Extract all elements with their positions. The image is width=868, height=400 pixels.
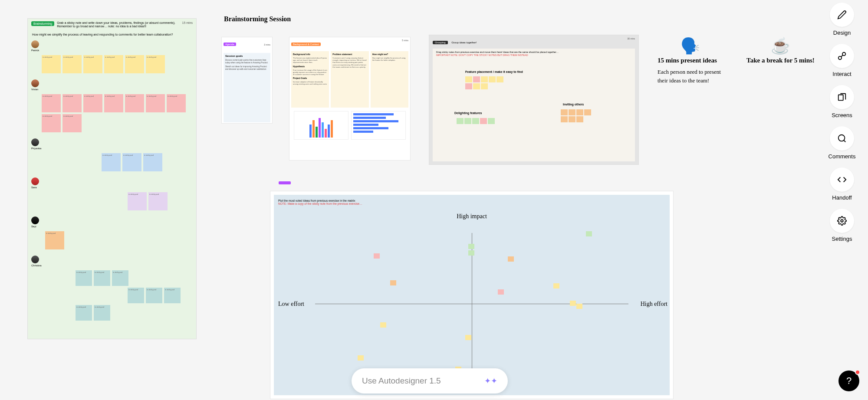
background-timer: 5 mins bbox=[402, 39, 408, 42]
sticky-note[interactable]: in sticky pad bbox=[122, 153, 141, 171]
gear-icon bbox=[837, 216, 847, 226]
sticky-note[interactable] bbox=[465, 83, 472, 89]
svg-point-1 bbox=[842, 52, 845, 56]
grouping-panel[interactable]: Grouping Group ideas together! 30 mins D… bbox=[429, 35, 639, 165]
tool-sidebar: Design Interact Screens Comments Handoff… bbox=[825, 0, 859, 242]
handoff-tool-button[interactable]: Handoff bbox=[830, 167, 854, 201]
sticky-note[interactable] bbox=[553, 283, 559, 289]
design-tool-button[interactable]: Design bbox=[830, 3, 854, 36]
sticky-note[interactable] bbox=[468, 244, 474, 249]
agenda-panel[interactable]: Agenda 3 mins Session goals Discuss curr… bbox=[221, 37, 273, 124]
sticky-note[interactable]: in sticky pad bbox=[128, 192, 147, 210]
sticky-note[interactable] bbox=[569, 109, 575, 115]
autodesigner-input[interactable]: Use Autodesigner 1.5 ✦✦ bbox=[352, 368, 508, 393]
sticky-note[interactable]: in sticky pad bbox=[62, 94, 82, 112]
settings-tool-button[interactable]: Settings bbox=[830, 209, 854, 242]
sticky-note[interactable]: in sticky pad bbox=[146, 288, 162, 303]
sticky-note[interactable]: in sticky pad bbox=[125, 94, 144, 112]
sticky-note[interactable]: in sticky pad bbox=[42, 94, 61, 112]
comment-icon bbox=[837, 134, 847, 143]
sticky-note[interactable]: in sticky pad bbox=[125, 55, 144, 73]
sticky-note[interactable]: in sticky pad bbox=[167, 94, 186, 112]
sticky-note[interactable] bbox=[569, 116, 575, 122]
sticky-note[interactable] bbox=[496, 76, 503, 82]
help-label: ? bbox=[846, 375, 852, 387]
sticky-note[interactable]: in sticky pad bbox=[112, 270, 128, 286]
sticky-note[interactable] bbox=[576, 116, 583, 122]
sticky-note[interactable] bbox=[561, 116, 568, 122]
sticky-note[interactable]: in sticky pad bbox=[128, 288, 144, 303]
bg-col-title: How might we? bbox=[372, 53, 407, 56]
sticky-note[interactable]: in sticky pad bbox=[104, 55, 123, 73]
bg-col-text: If we increase the usage of the feature … bbox=[293, 69, 327, 76]
background-panel[interactable]: Background & Context 5 mins Background i… bbox=[289, 37, 411, 161]
avatar bbox=[31, 216, 39, 224]
sticky-note[interactable]: in sticky pad bbox=[45, 231, 64, 249]
bg-col-text: Customers aren't using amazing feature e… bbox=[332, 57, 367, 68]
sticky-note[interactable] bbox=[561, 109, 568, 115]
agenda-item: Sketch out ideas for improving Amazing P… bbox=[225, 66, 269, 71]
sticky-note[interactable] bbox=[358, 355, 364, 361]
avatar bbox=[31, 79, 39, 87]
sticky-note[interactable]: in sticky pad bbox=[94, 305, 110, 321]
bg-col-text: The feature was implemented about 3 year… bbox=[293, 57, 327, 64]
sticky-note[interactable] bbox=[468, 250, 474, 256]
axis-label-left: Low effort bbox=[278, 301, 304, 308]
interact-tool-button[interactable]: Interact bbox=[830, 44, 854, 77]
selection-marker[interactable] bbox=[279, 181, 291, 184]
cluster-label: Delighting features bbox=[454, 111, 482, 115]
sticky-note[interactable] bbox=[464, 118, 471, 124]
sticky-note[interactable] bbox=[473, 76, 480, 82]
sticky-note[interactable] bbox=[570, 301, 576, 306]
sticky-note[interactable] bbox=[473, 83, 480, 89]
sticky-note[interactable] bbox=[576, 304, 582, 309]
sticky-note[interactable] bbox=[584, 109, 591, 115]
screens-tool-button[interactable]: Screens bbox=[830, 85, 854, 118]
background-tag: Background & Context bbox=[291, 43, 321, 46]
axis-label-right: High effort bbox=[641, 301, 667, 308]
sticky-note[interactable]: in sticky pad bbox=[146, 55, 165, 73]
sticky-note[interactable] bbox=[489, 76, 496, 82]
sticky-note[interactable]: in sticky pad bbox=[83, 55, 102, 73]
sticky-note[interactable] bbox=[380, 322, 386, 328]
sticky-note[interactable]: in sticky pad bbox=[42, 114, 61, 132]
help-button[interactable]: ? bbox=[838, 370, 859, 391]
sticky-note[interactable]: in sticky pad bbox=[83, 94, 102, 112]
sticky-note[interactable]: in sticky pad bbox=[143, 153, 162, 171]
sticky-note[interactable] bbox=[465, 76, 472, 82]
person-name: Seyi bbox=[31, 225, 39, 228]
sticky-note[interactable] bbox=[586, 231, 592, 236]
sticky-note[interactable] bbox=[480, 118, 487, 124]
sticky-note[interactable]: in sticky pad bbox=[42, 55, 61, 73]
sticky-note[interactable] bbox=[390, 280, 396, 285]
sticky-note[interactable]: in sticky pad bbox=[76, 270, 92, 286]
sticky-note[interactable] bbox=[457, 118, 464, 124]
sticky-note[interactable]: in sticky pad bbox=[62, 55, 82, 73]
grouping-timer: 30 mins bbox=[627, 37, 635, 40]
design-canvas[interactable]: Brainstorming Session Brainstorming Grab… bbox=[0, 0, 868, 400]
info-desc: Each person need to present their ideas … bbox=[658, 68, 723, 85]
sticky-note[interactable]: in sticky pad bbox=[94, 270, 110, 286]
sticky-note[interactable] bbox=[374, 253, 380, 259]
grouping-tag: Grouping bbox=[433, 41, 448, 44]
sticky-note[interactable] bbox=[481, 76, 488, 82]
sticky-note[interactable]: in sticky pad bbox=[104, 94, 123, 112]
sticky-note[interactable] bbox=[576, 109, 583, 115]
matrix-panel[interactable]: Plot the most voted ideas from previous … bbox=[270, 191, 674, 399]
sticky-note[interactable]: in sticky pad bbox=[164, 288, 181, 303]
sticky-note[interactable]: in sticky pad bbox=[146, 94, 165, 112]
sticky-note[interactable] bbox=[481, 83, 488, 89]
sticky-note[interactable]: in sticky pad bbox=[62, 114, 82, 132]
sticky-note[interactable] bbox=[498, 289, 504, 295]
sticky-note[interactable]: in sticky pad bbox=[76, 305, 92, 321]
comments-tool-button[interactable]: Comments bbox=[829, 126, 856, 160]
sticky-note[interactable] bbox=[508, 256, 514, 262]
screens-icon bbox=[837, 92, 847, 102]
sticky-note[interactable] bbox=[488, 118, 495, 124]
sticky-note[interactable] bbox=[472, 118, 479, 124]
sticky-note[interactable]: in sticky pad bbox=[102, 153, 121, 171]
sticky-note[interactable] bbox=[465, 335, 471, 340]
brainstorm-panel[interactable]: Brainstorming Grab a sticky note and wri… bbox=[27, 18, 197, 339]
sticky-note[interactable]: in sticky pad bbox=[148, 192, 168, 210]
avatar bbox=[31, 256, 39, 263]
